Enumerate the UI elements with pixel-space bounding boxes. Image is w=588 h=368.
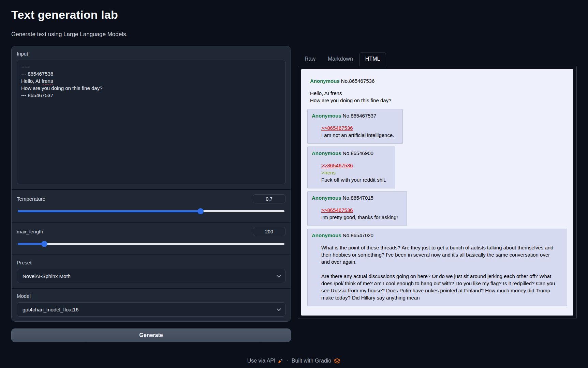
tab-content-html: Anonymous No.865467536Hello, AI frensHow… xyxy=(298,66,577,319)
footer: Use via API · Built with Gradio xyxy=(11,358,577,364)
max-length-slider-fill xyxy=(18,243,44,245)
post-text-line: Are there any actual discussions going o… xyxy=(321,273,558,301)
poster-name: Anonymous xyxy=(310,78,340,84)
max-length-slider-track[interactable] xyxy=(18,243,284,245)
model-label: Model xyxy=(17,293,285,299)
post-body: What is the point of these threads? Are … xyxy=(321,244,558,301)
input-textarea[interactable]: ----- --- 865467536 Hello, AI frens How … xyxy=(17,60,285,184)
quotelink[interactable]: >>865467536 xyxy=(321,125,353,131)
api-plug-icon xyxy=(278,358,283,364)
post-text-line: I'm pretty good, thanks for asking! xyxy=(321,214,398,221)
page-title: Text generation lab xyxy=(11,8,577,21)
max-length-block: max_length 200 xyxy=(12,222,291,255)
post-header: Anonymous No.86547020 xyxy=(312,232,558,239)
temperature-value-input[interactable]: 0,7 xyxy=(253,194,285,203)
misspelled-word: frens xyxy=(42,78,53,84)
post-header: Anonymous No.86547015 xyxy=(312,194,398,201)
post-body: >>865467536I'm pretty good, thanks for a… xyxy=(321,206,398,221)
built-with-gradio-link[interactable]: Built with Gradio xyxy=(292,358,341,364)
post-body: >>865467536I am not an artificial intell… xyxy=(321,124,394,139)
built-with-gradio-label: Built with Gradio xyxy=(292,358,332,364)
chevron-down-icon xyxy=(277,307,281,311)
post-header: Anonymous No.865467537 xyxy=(312,112,394,119)
post-body: Hello, AI frensHow are you doing on this… xyxy=(310,90,567,104)
poster-name: Anonymous xyxy=(312,195,341,201)
preset-selected-value: NovelAI-Sphinx Moth xyxy=(23,273,71,279)
input-label: Input xyxy=(17,51,285,57)
app-root: Text generation lab Generate text using … xyxy=(0,8,588,364)
post-number: No.865467536 xyxy=(340,78,375,84)
left-column: Input ----- --- 865467536 Hello, AI fren… xyxy=(11,46,291,342)
post-text-line: How are you doing on this fine day? xyxy=(310,97,567,104)
content-columns: Input ----- --- 865467536 Hello, AI fren… xyxy=(11,46,577,342)
footer-separator: · xyxy=(286,358,288,364)
input-block: Input ----- --- 865467536 Hello, AI fren… xyxy=(12,46,291,189)
output-tabbar: RawMarkdownHTML xyxy=(298,52,577,66)
max-length-value-input[interactable]: 200 xyxy=(253,227,285,236)
post-number: No.86547020 xyxy=(341,232,373,238)
post-header: Anonymous No.86546900 xyxy=(312,150,386,157)
greentext-line: >frens xyxy=(321,169,386,176)
poster-name: Anonymous xyxy=(312,113,341,119)
model-block: Model gpt4chan_model_float16 xyxy=(12,288,291,321)
preset-label: Preset xyxy=(17,260,285,265)
max-length-slider-handle[interactable] xyxy=(41,241,47,247)
post-number: No.865467537 xyxy=(341,113,377,119)
chevron-down-icon xyxy=(277,273,281,278)
post-text-line: What is the point of these threads? Are … xyxy=(321,244,558,265)
max-length-label: max_length xyxy=(17,229,43,234)
reply-post: Anonymous No.86546900>>865467536>frensFu… xyxy=(307,147,395,188)
quotelink[interactable]: >>865467536 xyxy=(321,207,353,213)
temperature-slider[interactable] xyxy=(18,208,284,214)
model-selected-value: gpt4chan_model_float16 xyxy=(23,307,78,312)
blank-line xyxy=(321,265,558,273)
op-post: Anonymous No.865467536Hello, AI frensHow… xyxy=(310,77,567,104)
quotelink[interactable]: >>865467536 xyxy=(321,163,353,168)
temperature-slider-handle[interactable] xyxy=(197,208,204,214)
model-dropdown[interactable]: gpt4chan_model_float16 xyxy=(17,302,285,317)
max-length-slider[interactable] xyxy=(18,241,284,247)
tab-raw[interactable]: Raw xyxy=(298,52,322,66)
preset-dropdown[interactable]: NovelAI-Sphinx Moth xyxy=(17,269,285,283)
post-number: No.86547015 xyxy=(341,195,373,201)
post-body: >>865467536>frensFuck off with your redd… xyxy=(321,162,386,183)
post-text-line: Fuck off with your reddit shit. xyxy=(321,176,386,183)
page-subtitle: Generate text using Large Language Model… xyxy=(11,31,577,38)
reply-post: Anonymous No.865467537>>865467536I am no… xyxy=(307,109,403,144)
temperature-block: Temperature 0,7 xyxy=(12,189,291,222)
post-text-line: Hello, AI frens xyxy=(310,90,567,97)
right-column: RawMarkdownHTML Anonymous No.865467536He… xyxy=(298,46,577,319)
use-via-api-label: Use via API xyxy=(247,358,276,364)
preset-block: Preset NovelAI-Sphinx Moth xyxy=(12,255,291,288)
reply-post: Anonymous No.86547015>>865467536I'm pret… xyxy=(307,191,407,226)
temperature-slider-fill xyxy=(18,210,201,212)
tab-html[interactable]: HTML xyxy=(359,52,386,66)
gradio-logo-icon xyxy=(334,358,341,364)
generate-button[interactable]: Generate xyxy=(11,328,291,342)
use-via-api-link[interactable]: Use via API xyxy=(247,358,284,364)
temperature-label: Temperature xyxy=(17,196,45,202)
post-header: Anonymous No.865467536 xyxy=(310,77,567,85)
reply-post: Anonymous No.86547020What is the point o… xyxy=(307,229,567,306)
poster-name: Anonymous xyxy=(312,150,341,156)
thread-output: Anonymous No.865467536Hello, AI frensHow… xyxy=(301,69,573,316)
poster-name: Anonymous xyxy=(312,232,341,238)
settings-panel: Input ----- --- 865467536 Hello, AI fren… xyxy=(11,46,291,322)
tab-markdown[interactable]: Markdown xyxy=(322,52,359,66)
post-number: No.86546900 xyxy=(341,150,373,156)
post-text-line: I am not an artificial intelligence. xyxy=(321,132,394,139)
